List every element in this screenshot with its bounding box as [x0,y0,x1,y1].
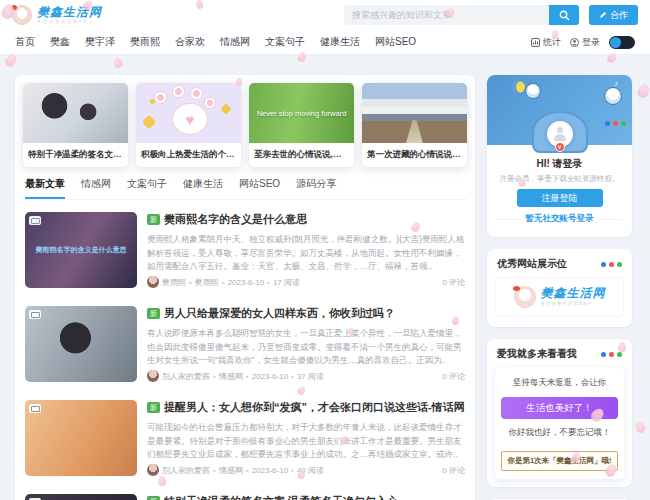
banner-site-title: 樊鑫生活网 [541,287,606,299]
tab-latest[interactable]: 最新文章 [25,177,65,199]
article-author[interactable]: 樊雨熙 [162,277,186,288]
search-button[interactable] [549,5,579,25]
login-description: 注册会员，享受下载全站资源特权。 [487,174,632,184]
road-graphic [406,120,423,143]
article-thumbnail [25,494,137,500]
top-header: 樊鑫生活网 专注分享生活第6年+ 合作 [0,0,650,30]
tab-emotion[interactable]: 情感网 [81,177,111,199]
featured-image-mountain-road [362,83,467,143]
featured-caption: 特别干净温柔的签名文案,温柔签… [23,143,128,167]
gallery-icon [29,404,41,413]
nav-item-health[interactable]: 健康生活 [320,35,360,49]
article-list-item[interactable]: 新 提醒男人：女人想你到“发疯”，才会张口闭口说这些话-情话网 可能现如今的社会… [23,388,467,482]
article-reads: 37 阅读 [297,371,324,382]
article-title[interactable]: 提醒男人：女人想你到“发疯”，才会张口闭口说这些话-情话网 [164,400,465,415]
site-title: 樊鑫生活网 [37,6,102,18]
article-title[interactable]: 男人只给最深爱的女人四样东西，你收到过吗？ [164,306,395,321]
moon-icon [513,81,525,93]
featured-overlay-text: Never stop moving forward [249,83,354,143]
featured-card[interactable]: Never stop moving forward 至亲去世的心情说说,亲人突然… [249,83,354,167]
decor-dots [601,262,622,267]
author-avatar [147,464,159,476]
login-greeting: HI! 请登录 [487,157,632,171]
nav-item-fanxin[interactable]: 樊鑫 [50,35,70,49]
article-thumbnail [25,400,137,476]
dark-mode-toggle[interactable] [609,36,635,49]
life-better-button[interactable]: 生活也美好了！ [501,397,618,419]
main-content-panel: 特别干净温柔的签名文案,温柔签… ♥ 积极向上热爱生活的个性签名,积… Neve [15,75,475,500]
site-logo[interactable]: 樊鑫生活网 专注分享生活第6年+ [12,5,102,25]
nav-item-seo[interactable]: 网站SEO [375,35,416,49]
article-meta: 别人家的爱酱 情感网 2023-6-10 40 阅读 0 评论 [147,464,465,476]
visit-line1: 坚持每天来逛逛，会让你 [501,377,618,389]
showcase-site-banner[interactable]: 樊鑫生活网 专注分享生活第6年+ [495,277,624,317]
music-note-icon: ♪ [614,79,618,88]
site-slogan: 专注分享生活第6年+ [37,20,102,24]
stats-link[interactable]: 统计 [531,36,561,49]
decor-dots [601,352,622,357]
thumbnail-text: 樊雨熙名字的含义是什么意思 [25,212,137,288]
article-thumbnail [25,306,137,382]
article-title[interactable]: 特别干净温柔的签名文案,温柔签名干净句句入心 [164,494,398,500]
pencil-icon [599,11,607,19]
featured-caption: 至亲去世的心情说说,亲人突然去… [249,143,354,167]
main-navigation: 首页 樊鑫 樊宇泽 樊雨熙 合家欢 情感网 文案句子 健康生活 网站SEO 统计… [0,30,650,55]
social-login-link[interactable]: 暂无社交账号登录 [526,213,594,225]
nav-item-fanyuze[interactable]: 樊宇泽 [85,35,115,49]
featured-image-green-field: Never stop moving forward [249,83,354,143]
tab-copywriting[interactable]: 文案句子 [127,177,167,199]
stats-icon [531,38,540,47]
featured-card[interactable]: 特别干净温柔的签名文案,温柔签… [23,83,128,167]
login-link[interactable]: 登录 [570,36,600,49]
nav-item-home[interactable]: 首页 [15,35,35,49]
article-category[interactable]: 情感网 [219,371,243,382]
nav-item-family[interactable]: 合家欢 [175,35,205,49]
article-comments[interactable]: 0 评论 [442,465,465,476]
doraemon-icon [525,83,541,99]
visit-title: 爱我就多来看看我 [497,347,577,361]
article-reads: 17 阅读 [273,277,300,288]
tab-source-share[interactable]: 源码分享 [296,177,336,199]
article-date: 2023-6-10 [252,372,288,381]
cooperation-button[interactable]: 合作 [589,5,638,25]
featured-card[interactable]: 第一次进藏的心情说说,西藏旅行… [362,83,467,167]
nav-item-fanyuxi[interactable]: 樊雨熙 [130,35,160,49]
nav-item-emotion[interactable]: 情感网 [220,35,250,49]
showcase-title: 优秀网站展示位 [497,257,567,271]
article-author[interactable]: 别人家的爱酱 [162,371,210,382]
search-input[interactable] [344,5,549,25]
article-title[interactable]: 樊雨熙名字的含义是什么意思 [164,212,307,227]
register-login-button[interactable]: 注册登陆 [517,189,603,207]
new-badge: 新 [147,402,160,413]
featured-caption: 积极向上热爱生活的个性签名,积… [136,143,241,167]
visit-line2: 你好我也好，不要忘记哦！ [501,427,618,439]
article-meta: 别人家的爱酱 情感网 2023-6-10 37 阅读 0 评论 [147,370,465,382]
article-list-item[interactable]: 新 特别干净温柔的签名文案,温柔签名干净句句入心 [23,482,467,500]
person-icon [553,127,567,141]
article-list-item[interactable]: 新 男人只给最深爱的女人四样东西，你收到过吗？ 有人说即使原本再多么聪明智慧的女… [23,294,467,388]
article-comments[interactable]: 0 评论 [442,371,465,382]
sidebar: ♪ V HI! 请登录 注册会员，享受下载全站资源特权。 注册登陆 暂无社交账号… [487,75,632,500]
article-comments[interactable]: 0 评论 [442,277,465,288]
article-excerpt: 有人说即使原本再多么聪明智慧的女生，一旦真正爱上某个异性，一旦陷入爱情里，也会因… [147,327,465,368]
search-bar: 合作 [344,5,638,25]
user-icon [570,38,579,47]
new-badge: 新 [147,214,160,225]
tab-health[interactable]: 健康生活 [183,177,223,199]
tab-seo[interactable]: 网站SEO [239,177,280,199]
article-category[interactable]: 情感网 [219,465,243,476]
featured-card[interactable]: ♥ 积极向上热爱生活的个性签名,积… [136,83,241,167]
article-list-item[interactable]: 樊雨熙名字的含义是什么意思 新 樊雨熙名字的含义是什么意思 樊雨熙人格象素朗月中… [23,200,467,294]
nav-item-copywriting[interactable]: 文案句子 [265,35,305,49]
new-badge: 新 [147,496,160,500]
article-author[interactable]: 别人家的爱酱 [162,465,210,476]
article-thumbnail: 樊雨熙名字的含义是什么意思 [25,212,137,288]
banner-avatar-icon [514,286,536,308]
doraemon-icon [604,87,622,105]
search-icon [559,10,570,21]
logo-avatar-icon [12,5,32,25]
article-category[interactable]: 樊雨熙 [195,277,219,288]
article-date: 2023-6-10 [228,278,264,287]
login-card: ♪ V HI! 请登录 注册会员，享受下载全站资源特权。 注册登陆 暂无社交账号… [487,75,632,237]
article-excerpt: 可能现如今的社会普遍压力都特别大，对于大多数的年青人来说，比起谈爱情生存才是最要… [147,421,465,462]
